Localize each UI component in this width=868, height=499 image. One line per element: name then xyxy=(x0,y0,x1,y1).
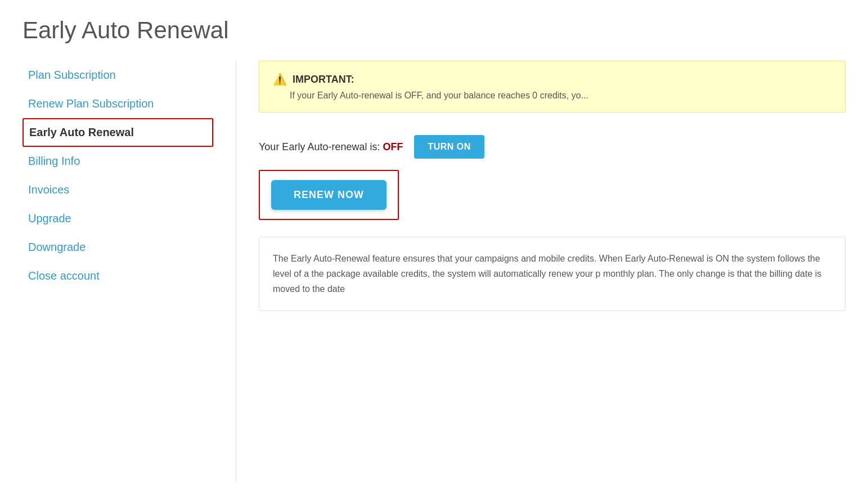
page-title: Early Auto Renewal xyxy=(23,17,845,44)
warning-header: ⚠️ IMPORTANT: xyxy=(273,73,831,86)
sidebar: Plan SubscriptionRenew Plan Subscription… xyxy=(23,61,236,482)
warning-text: If your Early Auto-renewal is OFF, and y… xyxy=(273,91,831,101)
warning-title: IMPORTANT: xyxy=(293,74,354,86)
warning-icon: ⚠️ xyxy=(273,73,287,86)
sidebar-item-invoices[interactable]: Invoices xyxy=(23,176,213,204)
sidebar-item-early-auto-renewal[interactable]: Early Auto Renewal xyxy=(23,118,213,147)
info-box: The Early Auto-Renewal feature ensures t… xyxy=(259,237,845,311)
renew-now-button[interactable]: RENEW NOW xyxy=(271,180,386,210)
page-container: Early Auto Renewal Plan SubscriptionRene… xyxy=(0,0,868,499)
sidebar-item-close-account[interactable]: Close account xyxy=(23,262,213,290)
sidebar-item-downgrade[interactable]: Downgrade xyxy=(23,233,213,262)
info-text: The Early Auto-Renewal feature ensures t… xyxy=(273,251,831,297)
status-row: Your Early Auto-renewal is: OFF TURN ON xyxy=(259,135,845,159)
turn-on-button[interactable]: TURN ON xyxy=(414,135,484,159)
status-value: OFF xyxy=(383,141,403,152)
sidebar-item-upgrade[interactable]: Upgrade xyxy=(23,204,213,233)
sidebar-item-renew-plan-subscription[interactable]: Renew Plan Subscription xyxy=(23,89,213,118)
renew-section: RENEW NOW xyxy=(259,170,399,220)
main-content: ⚠️ IMPORTANT: If your Early Auto-renewal… xyxy=(236,61,845,482)
status-label: Your Early Auto-renewal is: OFF xyxy=(259,141,403,153)
sidebar-item-plan-subscription[interactable]: Plan Subscription xyxy=(23,61,213,89)
warning-banner: ⚠️ IMPORTANT: If your Early Auto-renewal… xyxy=(259,61,845,113)
content-area: Plan SubscriptionRenew Plan Subscription… xyxy=(23,61,845,482)
sidebar-item-billing-info[interactable]: Billing Info xyxy=(23,147,213,176)
